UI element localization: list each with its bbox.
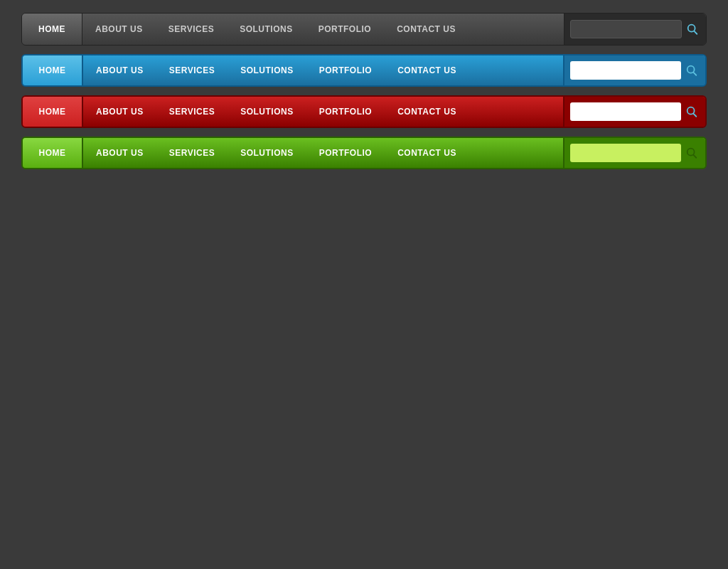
home-button-blue[interactable]: HOME — [23, 55, 83, 85]
search-button-dark[interactable] — [685, 23, 700, 36]
search-button-red[interactable] — [684, 105, 700, 118]
navbar-green: HOME ABOUT US SERVICES SOLUTIONS PORTFOL… — [21, 137, 707, 169]
search-input-green[interactable] — [570, 144, 681, 162]
nav-about-blue[interactable]: ABOUT US — [83, 55, 156, 85]
search-input-red[interactable] — [570, 102, 681, 121]
nav-solutions-green[interactable]: SOLUTIONS — [228, 138, 306, 168]
nav-services-green[interactable]: SERVICES — [156, 138, 228, 168]
search-area-red — [563, 97, 705, 127]
nav-items-blue: ABOUT US SERVICES SOLUTIONS PORTFOLIO CO… — [83, 55, 563, 85]
svg-line-5 — [693, 114, 696, 117]
nav-wrapper: HOME ABOUT US SERVICES SOLUTIONS PORTFOL… — [0, 0, 728, 169]
nav-solutions-dark[interactable]: SOLUTIONS — [227, 14, 306, 45]
search-button-blue[interactable] — [684, 64, 700, 77]
nav-items-green: ABOUT US SERVICES SOLUTIONS PORTFOLIO CO… — [83, 138, 563, 168]
nav-contact-green[interactable]: CONTACT US — [385, 138, 469, 168]
nav-about-dark[interactable]: ABOUT US — [82, 14, 156, 45]
nav-portfolio-green[interactable]: PORTFOLIO — [306, 138, 385, 168]
search-area-dark — [564, 14, 706, 45]
search-input-blue[interactable] — [570, 61, 681, 80]
search-area-blue — [563, 55, 705, 85]
nav-services-dark[interactable]: SERVICES — [156, 14, 227, 45]
search-icon-blue — [685, 64, 698, 77]
nav-contact-dark[interactable]: CONTACT US — [384, 14, 469, 45]
search-icon-green — [685, 147, 698, 159]
nav-contact-blue[interactable]: CONTACT US — [385, 55, 469, 85]
nav-solutions-red[interactable]: SOLUTIONS — [228, 97, 306, 127]
home-button-green[interactable]: HOME — [23, 138, 83, 168]
search-icon-dark — [686, 23, 699, 36]
nav-about-green[interactable]: ABOUT US — [83, 138, 156, 168]
navbar-red: HOME ABOUT US SERVICES SOLUTIONS PORTFOL… — [21, 95, 707, 128]
nav-solutions-blue[interactable]: SOLUTIONS — [228, 55, 306, 85]
svg-line-3 — [693, 73, 696, 75]
nav-portfolio-blue[interactable]: PORTFOLIO — [306, 55, 385, 85]
svg-line-1 — [694, 31, 697, 34]
search-icon-red — [685, 105, 698, 118]
nav-about-red[interactable]: ABOUT US — [83, 97, 156, 127]
navbar-dark: HOME ABOUT US SERVICES SOLUTIONS PORTFOL… — [21, 13, 707, 46]
nav-portfolio-dark[interactable]: PORTFOLIO — [306, 14, 385, 45]
nav-services-red[interactable]: SERVICES — [156, 97, 228, 127]
nav-items-dark: ABOUT US SERVICES SOLUTIONS PORTFOLIO CO… — [82, 14, 564, 45]
search-button-green[interactable] — [684, 147, 700, 159]
navbar-blue: HOME ABOUT US SERVICES SOLUTIONS PORTFOL… — [21, 54, 707, 87]
home-button-dark[interactable]: HOME — [22, 14, 82, 45]
search-input-dark[interactable] — [570, 20, 682, 38]
home-button-red[interactable]: HOME — [23, 97, 83, 127]
nav-contact-red[interactable]: CONTACT US — [385, 97, 469, 127]
svg-line-7 — [693, 155, 696, 158]
search-area-green — [563, 138, 705, 168]
nav-portfolio-red[interactable]: PORTFOLIO — [306, 97, 385, 127]
nav-services-blue[interactable]: SERVICES — [156, 55, 228, 85]
nav-items-red: ABOUT US SERVICES SOLUTIONS PORTFOLIO CO… — [83, 97, 563, 127]
